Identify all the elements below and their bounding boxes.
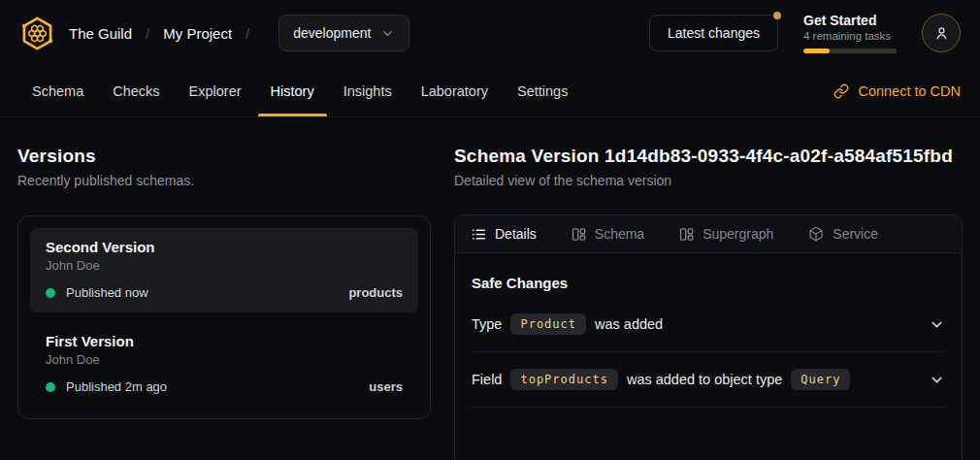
get-started-title: Get Started xyxy=(803,13,897,28)
change-text: Type xyxy=(472,316,502,332)
schema-version-title: Schema Version 1d14db83-0933-4f4c-a02f-a… xyxy=(454,146,963,167)
chevron-down-icon[interactable] xyxy=(929,372,945,388)
published-time: Published 2m ago xyxy=(66,379,167,394)
chevron-down-icon[interactable] xyxy=(929,316,945,333)
detail-body: Safe Changes TypeProductwas addedFieldto… xyxy=(455,275,962,408)
detail-tabs: DetailsSchemaSupergraphService xyxy=(455,215,962,253)
nav-tab-checks[interactable]: Checks xyxy=(100,66,172,116)
connect-to-cdn-link[interactable]: Connect to CDN xyxy=(833,66,961,116)
latest-changes-button[interactable]: Latest changes xyxy=(649,15,778,51)
change-text: was added to object type xyxy=(627,372,782,387)
app-window: The Guild / My Project / development Lat… xyxy=(0,0,980,460)
versions-subtitle: Recently published schemas. xyxy=(17,173,431,188)
top-header: The Guild / My Project / development Lat… xyxy=(0,0,980,66)
change-text: was added xyxy=(595,316,663,332)
user-avatar[interactable] xyxy=(922,14,961,52)
nav-tabs: SchemaChecksExplorerHistoryInsightsLabor… xyxy=(19,66,584,116)
code-chip: topProducts xyxy=(510,369,617,390)
project-navbar: SchemaChecksExplorerHistoryInsightsLabor… xyxy=(0,66,980,117)
connect-to-cdn-label: Connect to CDN xyxy=(858,83,961,99)
version-meta: Published nowproducts xyxy=(46,285,403,300)
version-item-second-version[interactable]: Second VersionJohn DoePublished nowprodu… xyxy=(30,228,418,312)
get-started-progress-fill xyxy=(803,49,830,53)
main-content: Versions Recently published schemas. Sec… xyxy=(0,117,980,460)
detail-tab-schema[interactable]: Schema xyxy=(572,226,644,242)
change-row-1[interactable]: TypeProductwas added xyxy=(472,297,945,352)
version-name: First Version xyxy=(46,333,403,349)
breadcrumb-org[interactable]: The Guild xyxy=(69,25,132,42)
list-icon xyxy=(472,227,486,242)
nav-tab-laboratory[interactable]: Laboratory xyxy=(408,66,501,116)
get-started-progressbar xyxy=(803,49,897,53)
breadcrumb-project[interactable]: My Project xyxy=(163,25,232,42)
versions-card: Second VersionJohn DoePublished nowprodu… xyxy=(17,215,431,419)
get-started-subtitle: 4 remaining tasks xyxy=(803,30,897,42)
published-status-dot xyxy=(46,382,55,392)
version-author: John Doe xyxy=(46,258,403,273)
versions-title: Versions xyxy=(17,146,431,167)
detail-tab-supergraph[interactable]: Supergraph xyxy=(679,226,773,242)
environment-selector[interactable]: development xyxy=(278,15,409,51)
hive-logo-icon[interactable] xyxy=(19,16,55,51)
nav-tab-schema[interactable]: Schema xyxy=(19,66,96,116)
detail-tab-service[interactable]: Service xyxy=(808,226,878,242)
published-status-dot xyxy=(46,288,55,298)
detail-tab-label: Details xyxy=(495,226,537,242)
nav-tab-settings[interactable]: Settings xyxy=(505,66,580,116)
code-chip: Product xyxy=(510,313,586,335)
nav-tab-history[interactable]: History xyxy=(258,66,327,116)
change-list: TypeProductwas addedFieldtopProductswas … xyxy=(472,297,945,408)
breadcrumb-separator: / xyxy=(146,25,149,42)
change-row-2[interactable]: FieldtopProductswas added to object type… xyxy=(472,352,945,408)
schema-version-subtitle: Detailed view of the schema version xyxy=(454,173,963,188)
version-author: John Doe xyxy=(46,352,403,367)
link-icon xyxy=(833,83,849,99)
notification-dot xyxy=(773,12,781,19)
published-time: Published now xyxy=(66,285,148,300)
service-name: products xyxy=(348,285,403,300)
nav-tab-explorer[interactable]: Explorer xyxy=(177,66,254,116)
get-started-widget[interactable]: Get Started 4 remaining tasks xyxy=(803,13,897,53)
version-item-first-version[interactable]: First VersionJohn DoePublished 2m agouse… xyxy=(30,322,418,407)
nav-tab-insights[interactable]: Insights xyxy=(331,66,405,116)
layout-icon xyxy=(679,227,694,242)
version-name: Second Version xyxy=(46,239,403,255)
chevron-down-icon xyxy=(380,26,395,41)
environment-selector-value: development xyxy=(293,25,371,41)
detail-tab-label: Supergraph xyxy=(702,226,773,242)
layout-icon xyxy=(572,227,586,242)
detail-tab-label: Schema xyxy=(595,226,644,242)
box-icon xyxy=(808,226,824,242)
versions-column: Versions Recently published schemas. Sec… xyxy=(17,146,431,460)
version-meta: Published 2m agousers xyxy=(46,379,403,394)
version-detail-panel: DetailsSchemaSupergraphService Safe Chan… xyxy=(454,214,963,460)
breadcrumb-separator: / xyxy=(245,25,249,42)
person-icon xyxy=(932,24,951,43)
code-chip: Query xyxy=(791,369,850,390)
detail-tab-details[interactable]: Details xyxy=(472,226,537,242)
safe-changes-title: Safe Changes xyxy=(472,275,945,291)
version-detail-column: Schema Version 1d14db83-0933-4f4c-a02f-a… xyxy=(454,146,963,460)
latest-changes-label: Latest changes xyxy=(668,25,760,41)
change-text: Field xyxy=(472,372,502,387)
detail-tab-label: Service xyxy=(833,226,878,242)
service-name: users xyxy=(369,379,403,394)
header-actions: Latest changes Get Started 4 remaining t… xyxy=(649,13,961,53)
